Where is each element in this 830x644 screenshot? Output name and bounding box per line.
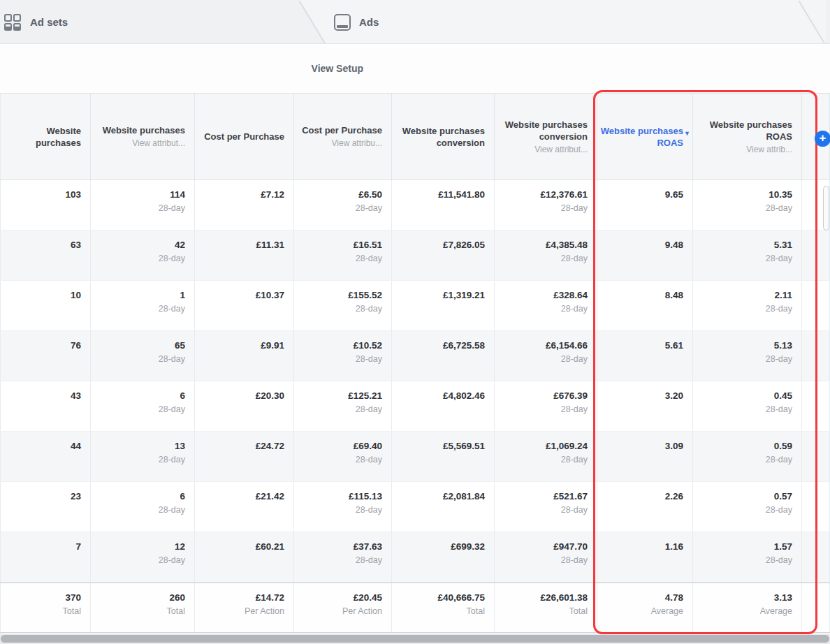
cell-value: £16.51 bbox=[297, 239, 382, 251]
cell-sublabel: 28-day bbox=[497, 504, 588, 515]
table-cell-filler bbox=[802, 230, 830, 280]
cell-value: £947.70 bbox=[497, 541, 588, 552]
table-row[interactable]: 23628-day£21.42£115.1328-day£2,081.84£52… bbox=[0, 482, 830, 532]
cell-value: £6,154.66 bbox=[497, 339, 588, 351]
cell-value: 63 bbox=[3, 239, 81, 251]
tab-ads[interactable]: Ads bbox=[299, 0, 826, 44]
table-cell: £4,802.46 bbox=[392, 381, 495, 431]
cell-sublabel: Total bbox=[497, 606, 588, 617]
table-cell: 10.3528-day bbox=[693, 180, 802, 230]
table-cell: 4228-day bbox=[91, 230, 195, 280]
table-row[interactable]: 10311428-day£7.12£6.5028-day£11,541.80£1… bbox=[0, 180, 830, 230]
horizontal-scrollbar[interactable] bbox=[0, 634, 830, 644]
table-cell: £10.5228-day bbox=[294, 331, 392, 381]
cell-value: £6.50 bbox=[297, 189, 382, 200]
column-header-2[interactable]: Website purchasesView attribut... bbox=[91, 94, 195, 180]
table-cell: 260Total bbox=[91, 583, 195, 632]
cell-value: 6 bbox=[94, 390, 185, 402]
cell-value: 5.61 bbox=[600, 339, 683, 351]
table-row[interactable]: 441328-day£24.72£69.4028-day£5,569.51£1,… bbox=[0, 432, 830, 482]
cell-sublabel: Total bbox=[94, 606, 185, 617]
cell-value: £20.30 bbox=[198, 390, 284, 402]
table-cell: £5,569.51 bbox=[392, 432, 495, 481]
cell-value: 5.31 bbox=[696, 239, 792, 251]
column-attribution-subtitle: View attrib... bbox=[746, 144, 792, 155]
cell-value: £7.12 bbox=[198, 189, 284, 200]
cell-value: 114 bbox=[94, 189, 185, 200]
column-attribution-subtitle: View attribut... bbox=[132, 138, 185, 149]
column-header-7[interactable]: Website purchases ROAS▼ bbox=[597, 94, 693, 180]
cell-value: £60.21 bbox=[198, 541, 284, 552]
table-cell: 3.09 bbox=[597, 432, 693, 481]
table-cell: £26,601.38Total bbox=[495, 583, 597, 632]
cell-value: 10.35 bbox=[696, 189, 792, 200]
cell-sublabel: 28-day bbox=[497, 555, 588, 566]
table-total-row: 370Total260Total£14.72Per Action£20.45Pe… bbox=[0, 583, 830, 633]
cell-sublabel: 28-day bbox=[497, 404, 588, 415]
cell-sublabel: 28-day bbox=[297, 353, 382, 365]
column-header-5[interactable]: Website purchases conversion bbox=[392, 94, 495, 180]
table-cell: 7 bbox=[0, 532, 91, 582]
column-header-8[interactable]: Website purchases ROASView attrib... bbox=[693, 94, 802, 180]
cell-value: £155.52 bbox=[297, 289, 382, 301]
table-row[interactable]: 634228-day£11.31£16.5128-day£7,826.05£4,… bbox=[0, 230, 830, 281]
cell-value: £4,802.46 bbox=[395, 390, 485, 402]
horizontal-scrollbar-thumb[interactable] bbox=[1, 635, 829, 643]
cell-value: £9.91 bbox=[198, 339, 284, 351]
cell-value: 3.09 bbox=[600, 440, 683, 452]
cell-value: 8.48 bbox=[600, 289, 683, 301]
cell-value: £1,069.24 bbox=[497, 440, 588, 452]
table-cell: 23 bbox=[0, 482, 91, 532]
cell-value: £7,826.05 bbox=[395, 239, 485, 251]
cell-sublabel: 28-day bbox=[94, 454, 185, 465]
table-cell: £20.45Per Action bbox=[294, 583, 392, 632]
cell-value: £4,385.48 bbox=[497, 239, 588, 251]
column-header-1[interactable]: Website purchases bbox=[0, 94, 91, 180]
table-cell: 9.65 bbox=[597, 180, 693, 230]
table-cell: 0.5928-day bbox=[693, 432, 802, 481]
table-cell: £21.42 bbox=[195, 482, 294, 532]
column-attribution-subtitle: View attribut... bbox=[534, 144, 588, 155]
cell-value: 1 bbox=[94, 289, 185, 301]
cell-value: £10.52 bbox=[297, 339, 382, 351]
table-cell: £6,154.6628-day bbox=[495, 331, 597, 381]
cell-value: 370 bbox=[3, 592, 81, 603]
column-header-4[interactable]: Cost per PurchaseView attribu... bbox=[294, 94, 392, 180]
cell-value: £12,376.61 bbox=[497, 189, 588, 200]
table-cell: £521.6728-day bbox=[495, 482, 597, 532]
cell-sublabel: 28-day bbox=[94, 353, 185, 365]
cell-value: £11.31 bbox=[198, 239, 284, 251]
table-cell: 5.3128-day bbox=[693, 230, 802, 280]
column-header-3[interactable]: Cost per Purchase bbox=[195, 94, 294, 180]
cell-sublabel: 28-day bbox=[497, 203, 588, 214]
table-cell: 1.16 bbox=[597, 532, 693, 582]
table-cell: 4.78Average bbox=[597, 583, 693, 632]
table-cell: £699.32 bbox=[392, 532, 495, 582]
cell-value: £11,541.80 bbox=[395, 189, 485, 200]
table-cell: 3.20 bbox=[597, 381, 693, 431]
table-cell: £37.6328-day bbox=[294, 532, 392, 582]
table-row[interactable]: 10128-day£10.37£155.5228-day£1,319.21£32… bbox=[0, 281, 830, 331]
table-row[interactable]: 71228-day£60.21£37.6328-day£699.32£947.7… bbox=[0, 532, 830, 583]
cell-sublabel: 28-day bbox=[94, 555, 185, 566]
cell-sublabel: 28-day bbox=[297, 504, 382, 515]
table-cell: £60.21 bbox=[195, 532, 294, 582]
table-cell: 63 bbox=[0, 230, 91, 280]
cell-sublabel: 28-day bbox=[696, 353, 792, 365]
add-column-button[interactable]: + bbox=[815, 131, 830, 147]
tab-ad-sets[interactable]: Ad sets bbox=[0, 0, 299, 44]
table-cell: £4,385.4828-day bbox=[495, 230, 597, 280]
table-cell: £11.31 bbox=[195, 230, 294, 280]
table-cell: £69.4028-day bbox=[294, 432, 392, 481]
table-cell-filler bbox=[802, 281, 830, 330]
vertical-scrollbar-thumb[interactable] bbox=[823, 186, 829, 230]
table-cell: £676.3928-day bbox=[495, 381, 597, 431]
cell-value: £125.21 bbox=[297, 390, 382, 402]
cell-sublabel: Average bbox=[696, 606, 792, 617]
column-title: Website purchases conversion bbox=[395, 125, 485, 149]
column-header-6[interactable]: Website purchases conversionView attribu… bbox=[495, 94, 597, 180]
table-row[interactable]: 43628-day£20.30£125.2128-day£4,802.46£67… bbox=[0, 381, 830, 432]
table-cell: 5.61 bbox=[597, 331, 693, 381]
cell-value: 4.78 bbox=[600, 592, 683, 603]
table-row[interactable]: 766528-day£9.91£10.5228-day£6,725.58£6,1… bbox=[0, 331, 830, 381]
